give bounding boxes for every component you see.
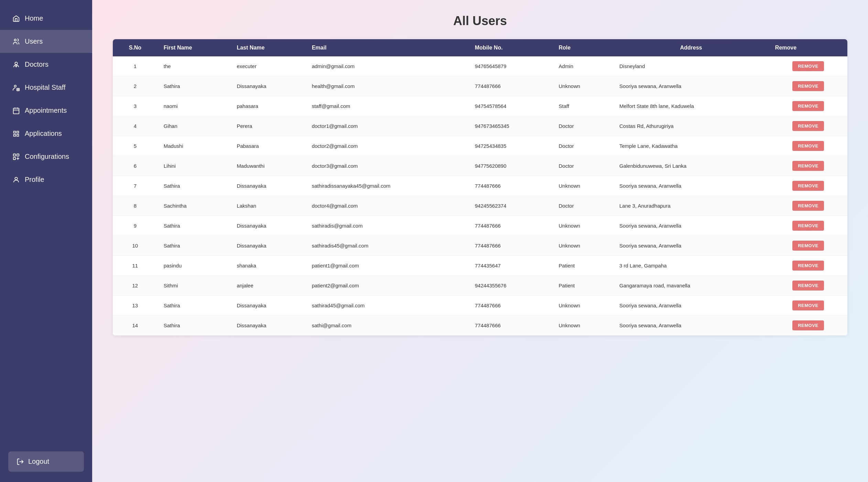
page-title: All Users (113, 14, 847, 28)
remove-button[interactable]: REMOVE (792, 61, 824, 71)
sidebar-item-profile[interactable]: Profile (0, 168, 92, 191)
sidebar-item-appointments[interactable]: Appointments (0, 99, 92, 122)
cell-email: sathirad45@gmail.com (306, 296, 469, 316)
cell-remove: REMOVE (769, 56, 847, 76)
cell-sno: 5 (113, 136, 158, 156)
cell-lastname: Pabasara (230, 136, 305, 156)
col-email: Email (306, 39, 469, 56)
remove-button[interactable]: REMOVE (792, 121, 824, 131)
table-row: 5 Madushi Pabasara doctor2@gmail.com 947… (113, 136, 847, 156)
remove-button[interactable]: REMOVE (792, 261, 824, 271)
cell-address: Costas Rd, Athurugiriya (613, 116, 769, 136)
cell-mobile: 774487666 (469, 216, 553, 236)
remove-button[interactable]: REMOVE (792, 101, 824, 111)
cell-address: Sooriya sewana, Aranwella (613, 216, 769, 236)
cell-lastname: anjalee (230, 276, 305, 296)
cell-mobile: 94775620890 (469, 156, 553, 176)
cell-mobile: 774487666 (469, 236, 553, 256)
cell-address: Lane 3, Anuradhapura (613, 196, 769, 216)
remove-button[interactable]: REMOVE (792, 300, 824, 310)
remove-button[interactable]: REMOVE (792, 181, 824, 191)
sidebar-item-home[interactable]: Home (0, 7, 92, 30)
table-row: 14 Sathira Dissanayaka sathi@gmail.com 7… (113, 316, 847, 336)
cell-lastname: Lakshan (230, 196, 305, 216)
cell-sno: 10 (113, 236, 158, 256)
svg-point-8 (15, 177, 17, 179)
cell-firstname: pasindu (158, 256, 231, 276)
cell-remove: REMOVE (769, 116, 847, 136)
sidebar-item-configurations[interactable]: Configurations (0, 145, 92, 168)
remove-button[interactable]: REMOVE (792, 221, 824, 231)
cell-firstname: the (158, 56, 231, 76)
cell-remove: REMOVE (769, 176, 847, 196)
col-address: Address (613, 39, 769, 56)
remove-button[interactable]: REMOVE (792, 201, 824, 211)
cell-firstname: Sathira (158, 316, 231, 336)
cell-mobile: 94725434835 (469, 136, 553, 156)
cell-sno: 8 (113, 196, 158, 216)
hospital-staff-icon (12, 84, 20, 91)
cell-address: Sooriya sewana, Aranwella (613, 176, 769, 196)
cell-role: Unknown (553, 216, 614, 236)
cell-role: Unknown (553, 316, 614, 336)
remove-button[interactable]: REMOVE (792, 281, 824, 291)
sidebar-item-users[interactable]: Users (0, 30, 92, 53)
cell-sno: 13 (113, 296, 158, 316)
svg-point-2 (14, 85, 17, 87)
cell-lastname: shanaka (230, 256, 305, 276)
remove-button[interactable]: REMOVE (792, 161, 824, 171)
logout-button[interactable]: Logout (8, 451, 84, 472)
cell-address: Sooriya sewana, Aranwella (613, 296, 769, 316)
col-remove: Remove (769, 39, 847, 56)
cell-remove: REMOVE (769, 316, 847, 336)
cell-remove: REMOVE (769, 216, 847, 236)
cell-lastname: Dissanayaka (230, 316, 305, 336)
col-sno: S.No (113, 39, 158, 56)
cell-remove: REMOVE (769, 156, 847, 176)
cell-email: sathiradissanayaka45@gmail.com (306, 176, 469, 196)
table-row: 9 Sathira Dissanayaka sathiradis@gmail.c… (113, 216, 847, 236)
cell-lastname: Dissanayaka (230, 176, 305, 196)
cell-mobile: 774435647 (469, 256, 553, 276)
cell-mobile: 774487666 (469, 76, 553, 96)
main-content: All Users S.No First Name Last Name Emai… (92, 0, 868, 482)
cell-mobile: 774487666 (469, 316, 553, 336)
cell-firstname: Sathira (158, 176, 231, 196)
cell-sno: 12 (113, 276, 158, 296)
remove-button[interactable]: REMOVE (792, 81, 824, 91)
cell-address: 3 rd Lane, Gampaha (613, 256, 769, 276)
cell-email: doctor3@gmail.com (306, 156, 469, 176)
cell-lastname: Perera (230, 116, 305, 136)
remove-button[interactable]: REMOVE (792, 141, 824, 151)
sidebar-item-hospital-staff[interactable]: Hospital Staff (0, 76, 92, 99)
table-row: 1 the executer admin@gmail.com 947656458… (113, 56, 847, 76)
cell-role: Staff (553, 96, 614, 116)
cell-address: Galenbidunuwewa, Sri Lanka (613, 156, 769, 176)
remove-button[interactable]: REMOVE (792, 241, 824, 251)
cell-sno: 3 (113, 96, 158, 116)
cell-mobile: 94244355676 (469, 276, 553, 296)
cell-lastname: Dissanayaka (230, 76, 305, 96)
table-row: 3 naomi pahasara staff@gmail.com 9475457… (113, 96, 847, 116)
table-row: 7 Sathira Dissanayaka sathiradissanayaka… (113, 176, 847, 196)
cell-email: patient2@gmail.com (306, 276, 469, 296)
col-role: Role (553, 39, 614, 56)
sidebar-item-doctors[interactable]: Doctors (0, 53, 92, 76)
cell-mobile: 947673465345 (469, 116, 553, 136)
cell-firstname: Sathira (158, 236, 231, 256)
sidebar-item-applications[interactable]: Applications (0, 122, 92, 145)
cell-firstname: Lihini (158, 156, 231, 176)
cell-email: doctor4@gmail.com (306, 196, 469, 216)
sidebar-item-hospital-staff-label: Hospital Staff (25, 84, 66, 91)
cell-email: sathiradis45@gmail.com (306, 236, 469, 256)
cell-sno: 14 (113, 316, 158, 336)
sidebar-item-applications-label: Applications (25, 130, 62, 138)
remove-button[interactable]: REMOVE (792, 320, 824, 330)
cell-role: Unknown (553, 296, 614, 316)
svg-rect-5 (13, 154, 15, 156)
svg-rect-6 (17, 154, 19, 156)
cell-sno: 6 (113, 156, 158, 176)
users-table-wrapper: S.No First Name Last Name Email Mobile N… (113, 39, 847, 336)
sidebar-item-doctors-label: Doctors (25, 61, 48, 68)
col-lastname: Last Name (230, 39, 305, 56)
